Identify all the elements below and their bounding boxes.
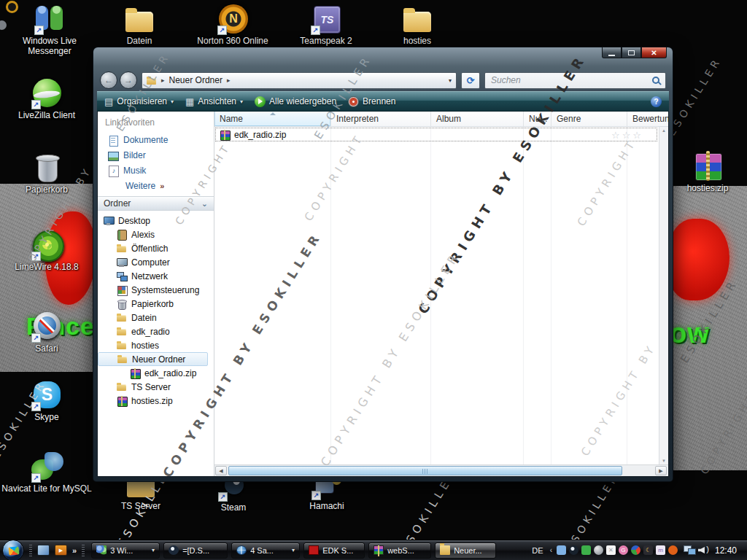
tray-icon[interactable]: m [656,545,665,555]
favorite-link[interactable]: Dokumente [98,133,214,148]
tree-item[interactable]: Netzwerk [98,269,214,283]
desktop-icon[interactable]: hosties [389,3,446,47]
column-header[interactable]: Nu... [524,112,551,126]
corner-dot-icon [0,20,7,30]
desktop-icon[interactable]: Papierkorb [13,152,80,195]
ansichten-button[interactable]: ▦ Ansichten ▾ [185,96,243,107]
tree-item[interactable]: Desktop [98,214,214,228]
task-button[interactable]: =[D.S... ▾ [163,542,228,559]
title-bar[interactable]: ✕ [97,47,669,69]
tray-icon[interactable] [557,545,566,555]
refresh-button[interactable]: ⟳ [461,72,480,89]
tree-item[interactable]: edk_radio [98,324,214,338]
organisieren-button[interactable]: ▤ Organisieren ▾ [104,96,174,107]
burn-button[interactable]: Brennen [348,96,395,107]
shortcut-arrow-icon [217,26,227,35]
column-header[interactable]: Album [431,112,524,126]
desktop-icon[interactable]: Safari [13,311,80,354]
favorite-link[interactable]: Bilder [98,148,214,163]
tray-icon[interactable]: ☾ [643,545,653,555]
tree-item[interactable]: Systemsteuerung [98,283,214,297]
tray-icon[interactable] [668,545,678,555]
tree-item-icon [117,396,127,405]
back-button[interactable]: ← [100,71,117,89]
tray-icon[interactable] [594,545,603,555]
task-button[interactable]: 3 Wi... ▾ [91,542,160,559]
maximize-button[interactable] [622,47,641,58]
favorite-link[interactable]: Musik [98,163,214,179]
rating-stars[interactable]: ☆☆☆ [611,130,643,141]
tree-item[interactable]: hosties [98,338,214,352]
desktop-icon[interactable]: Norton 360 Online [197,3,268,47]
address-dropdown-icon[interactable]: ▾ [449,77,452,84]
task-button[interactable]: EDK S... ▾ [303,542,365,559]
show-desktop-icon[interactable] [37,545,50,556]
folders-band[interactable]: Ordner ⌄ [98,196,214,211]
scroll-up-icon[interactable]: ▲ [662,128,666,133]
tray-icon[interactable] [581,545,591,555]
breadcrumb-separator-icon[interactable]: ▸ [227,77,231,84]
burn-label: Brennen [363,96,395,106]
shortcut-arrow-icon [31,402,41,411]
task-button[interactable]: 4 Sa... ▾ [231,542,300,559]
tree-item[interactable]: Alexis [98,228,214,241]
tree-item[interactable]: Papierkorb [98,297,214,311]
chevron-down-icon: ▾ [171,98,174,105]
start-button[interactable] [2,540,24,560]
tray-icon[interactable]: G [619,545,628,555]
play-all-button[interactable]: Alle wiedergeben [255,96,336,107]
tree-item[interactable]: hosties.zip [98,394,214,408]
tray-icon[interactable]: ✕ [606,545,616,555]
scroll-left-button[interactable]: ◀ [215,466,227,475]
tree-item[interactable]: TS Server [98,380,214,394]
column-header[interactable]: Interpreten [331,112,431,126]
chevron-down-icon: ▾ [292,547,295,553]
desktop-icon[interactable]: LiveZilla Client [9,77,85,121]
taskbar-clock[interactable]: 12:40 [715,545,737,556]
more-links[interactable]: Weitere » [98,179,214,196]
breadcrumb[interactable]: ▸ Neuer Ordner ▸ ▾ [142,72,457,89]
desktop-icon[interactable]: hosties.zip [671,150,744,194]
scrollbar-thumb[interactable] [228,466,622,475]
desktop-icon[interactable]: Datein [111,3,168,47]
toolbar-grip[interactable] [29,545,32,556]
network-icon[interactable] [684,545,695,555]
file-row[interactable]: edk_radio.zip ☆☆☆ [215,128,657,141]
vertical-scrollbar[interactable]: ▲ ▼ [659,127,668,464]
quick-launch-overflow-icon[interactable]: » [72,546,77,555]
column-header[interactable]: Genre [551,112,627,126]
task-button[interactable]: webS... ▾ [368,542,431,559]
tray-icon[interactable] [569,545,578,555]
horizontal-scrollbar[interactable]: ◀ ▶ [214,464,668,476]
media-player-icon[interactable]: ▶ [55,545,67,556]
tray-icon[interactable] [631,545,640,555]
task-button[interactable]: Neuer... ▾ [435,542,496,559]
desktop-icon[interactable]: Windows Live Messenger [13,3,86,57]
tree-item[interactable]: Computer [98,255,214,269]
desktop-icon[interactable]: Skype [13,379,80,423]
search-icon[interactable] [652,77,659,84]
search-input[interactable]: Suchen [484,72,666,89]
favorite-link-label: Bilder [123,150,146,160]
help-button[interactable]: ? [651,96,662,107]
language-indicator[interactable]: DE [532,546,543,555]
tree-item[interactable]: edk_radio.zip [98,366,214,380]
desktop-icon[interactable]: Navicat Lite for MySQL [1,451,92,494]
tree-item[interactable]: Neuer Ordner [98,352,208,366]
desktop-icon-label: hosties.zip [671,184,744,194]
favorite-links: Dokumente Bilder Musik [98,133,214,179]
tree-item[interactable]: Datein [98,311,214,324]
tray-collapse-icon[interactable]: ‹ [550,546,552,554]
toolbar-grip[interactable] [82,545,85,556]
close-button[interactable]: ✕ [641,47,667,58]
breadcrumb-current-folder[interactable]: Neuer Ordner [169,75,222,85]
scroll-down-icon[interactable]: ▼ [662,459,666,463]
volume-icon[interactable] [698,545,709,555]
forward-button[interactable]: → [120,71,137,89]
minimize-button[interactable] [602,47,622,58]
tree-item[interactable]: Öffentlich [98,241,214,255]
column-header[interactable]: Bewertung [627,112,668,126]
scroll-right-button[interactable]: ▶ [655,466,667,475]
column-header[interactable]: Name [214,112,331,126]
desktop-icon[interactable]: LimeWire 4.18.8 [9,229,85,273]
